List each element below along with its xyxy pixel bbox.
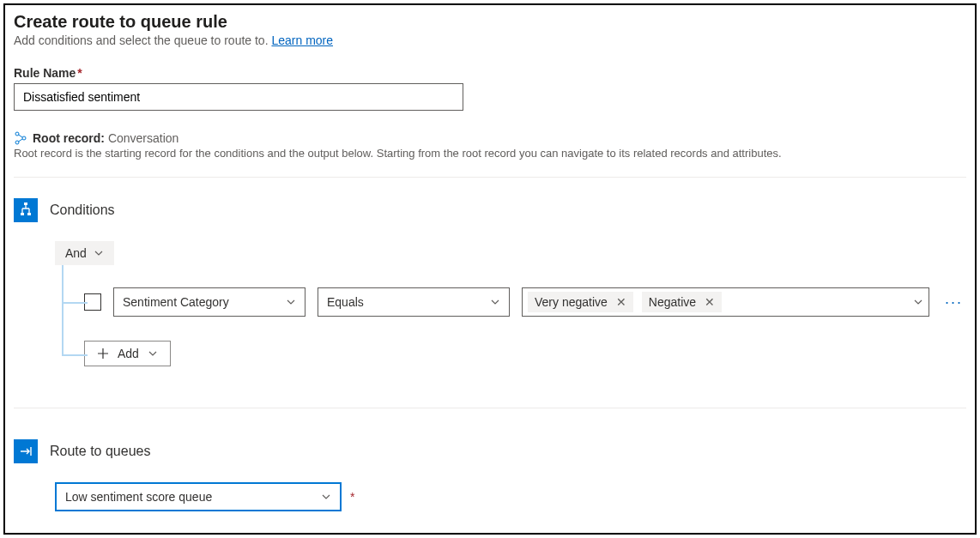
conditions-title: Conditions (50, 203, 115, 218)
group-operator-button[interactable]: And (55, 241, 114, 265)
group-operator-label: And (65, 246, 87, 260)
root-record-label-text: Root record: (33, 131, 105, 145)
condition-tree: Sentiment Category Equals Very negative … (55, 265, 966, 401)
svg-rect-3 (24, 203, 27, 205)
add-button-label: Add (118, 347, 139, 360)
page-title: Create route to queue rule (14, 12, 966, 32)
condition-block: And Sentiment Category Equals (55, 241, 966, 401)
remove-tag-icon[interactable]: ✕ (705, 295, 715, 309)
conditions-section-header: Conditions (14, 198, 966, 222)
route-title: Route to queues (50, 444, 150, 459)
page-subtitle: Add conditions and select the queue to r… (14, 33, 966, 47)
plus-icon (97, 348, 109, 360)
condition-field-value: Sentiment Category (123, 295, 229, 309)
root-record-help: Root record is the starting record for t… (14, 147, 966, 160)
svg-point-2 (22, 136, 26, 140)
chevron-down-icon (94, 248, 104, 258)
rule-name-label: Rule Name* (14, 66, 966, 80)
rule-name-label-text: Rule Name (14, 66, 76, 80)
tree-line (62, 302, 88, 304)
condition-field-select[interactable]: Sentiment Category (113, 287, 305, 317)
value-tag: Negative ✕ (642, 292, 722, 312)
required-indicator: * (350, 490, 354, 504)
hierarchy-icon (14, 131, 27, 145)
root-record-value: Conversation (108, 131, 179, 145)
svg-rect-4 (21, 213, 24, 215)
chevron-down-icon (490, 297, 500, 307)
rule-name-input[interactable] (14, 83, 463, 111)
queue-select-value: Low sentiment score queue (65, 490, 212, 504)
value-tag: Very negative ✕ (528, 292, 633, 312)
add-condition-row: Add (84, 317, 966, 401)
tree-line (62, 354, 88, 356)
remove-tag-icon[interactable]: ✕ (616, 295, 626, 309)
add-condition-button[interactable]: Add (84, 341, 171, 366)
value-tag-label: Very negative (535, 295, 608, 309)
subtitle-text: Add conditions and select the queue to r… (14, 33, 271, 47)
route-section-header: Route to queues (14, 439, 966, 463)
divider (14, 177, 966, 178)
condition-operator-select[interactable]: Equals (318, 287, 510, 317)
chevron-down-icon (148, 348, 158, 359)
chevron-down-icon (321, 492, 331, 502)
value-tag-label: Negative (649, 295, 696, 309)
learn-more-link[interactable]: Learn more (271, 33, 333, 47)
queue-select[interactable]: Low sentiment score queue (55, 482, 342, 511)
condition-more-button[interactable]: ··· (941, 293, 966, 311)
root-record-row: Root record: Conversation (14, 131, 966, 145)
chevron-down-icon (913, 297, 923, 307)
tree-line (62, 265, 64, 356)
chevron-down-icon (286, 297, 296, 307)
route-icon (14, 439, 38, 463)
condition-operator-value: Equals (327, 295, 364, 309)
required-indicator: * (77, 66, 82, 80)
conditions-icon (14, 198, 38, 222)
condition-value-multiselect[interactable]: Very negative ✕ Negative ✕ (522, 287, 929, 317)
divider (14, 408, 966, 408)
condition-row: Sentiment Category Equals Very negative … (84, 265, 966, 317)
dialog-create-route-rule: Create route to queue rule Add condition… (3, 3, 977, 535)
queue-select-row: Low sentiment score queue * (55, 482, 966, 511)
root-record-label: Root record: Conversation (33, 131, 178, 145)
svg-rect-5 (27, 213, 31, 215)
